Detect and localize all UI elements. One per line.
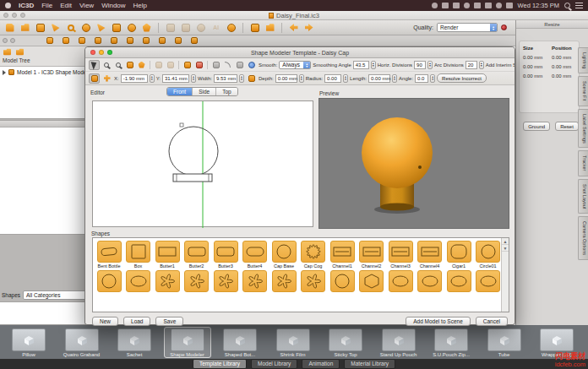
- smooth-select[interactable]: Always▴▾: [279, 61, 311, 69]
- template-sticky-top[interactable]: Sticky Top: [322, 327, 369, 358]
- shape-item-cap-cog[interactable]: Cap Cog: [299, 241, 328, 269]
- side-tab-label-settings[interactable]: Label Settings: [578, 109, 588, 149]
- shape-item-butter4[interactable]: Butter4: [241, 241, 270, 269]
- rectangle-icon[interactable]: [182, 60, 193, 70]
- flip-icon[interactable]: [165, 60, 176, 70]
- new-document-icon[interactable]: [3, 22, 16, 34]
- preview-viewport[interactable]: [318, 98, 509, 229]
- stepper-icon[interactable]: ▲▼: [371, 61, 376, 69]
- template-quatro-graband[interactable]: Quatro Graband: [58, 327, 106, 358]
- add-model-to-scene-button[interactable]: Add Model to Scene: [406, 317, 471, 326]
- battery-icon[interactable]: [506, 3, 513, 8]
- side-tab-tracker[interactable]: Tracker: [578, 150, 588, 176]
- expand-arrow-icon[interactable]: [3, 70, 6, 75]
- shape-item-box[interactable]: Box: [124, 241, 153, 269]
- shape-item-row2-0[interactable]: [95, 270, 123, 292]
- shape-item-circle01[interactable]: Circle01: [474, 241, 503, 269]
- shape-item-cap-base[interactable]: Cap Base: [270, 241, 298, 269]
- depth-field[interactable]: 0.00 mm: [275, 74, 297, 83]
- scroll-up-icon[interactable]: ▲: [502, 238, 509, 245]
- tool-9-icon[interactable]: [175, 37, 182, 44]
- auto-align-icon[interactable]: AI: [210, 22, 222, 34]
- cancel-button[interactable]: Cancel: [476, 317, 508, 326]
- bluetooth-icon[interactable]: [474, 3, 481, 8]
- smooth-point-icon[interactable]: [246, 60, 257, 70]
- menu-clock[interactable]: Wed 12:35 PM: [518, 2, 559, 9]
- select-tool-icon[interactable]: [89, 60, 100, 70]
- polygon-shape-icon[interactable]: [136, 60, 147, 70]
- dialog-zoom-button[interactable]: [107, 50, 112, 55]
- panel-toggle-icon[interactable]: [10, 38, 15, 43]
- menu-edit[interactable]: Edit: [60, 2, 72, 9]
- side-tab-shot-layout[interactable]: Shot Layout: [578, 179, 588, 214]
- stepper-icon[interactable]: ▲▼: [343, 74, 348, 83]
- paint-tool-icon[interactable]: [79, 22, 92, 34]
- angle-field[interactable]: 0.0: [415, 74, 428, 83]
- pan-hand-icon[interactable]: [225, 22, 237, 34]
- profile-editor-canvas[interactable]: [92, 100, 313, 227]
- shape-item-row2-1[interactable]: [124, 270, 153, 292]
- tool-7-icon[interactable]: [143, 37, 150, 44]
- tab-animation[interactable]: Animation: [302, 359, 340, 369]
- menu-help[interactable]: Help: [133, 2, 147, 9]
- zoom-tool-icon[interactable]: [64, 22, 77, 34]
- color-icon[interactable]: [442, 3, 449, 8]
- scroll-down-icon[interactable]: ▼: [502, 245, 509, 252]
- clock-icon[interactable]: [464, 3, 470, 8]
- shape-item-row2-12[interactable]: [444, 270, 473, 292]
- x-field[interactable]: -1.90 mm: [121, 74, 148, 83]
- side-tab-scene-fit[interactable]: Scene Fit: [578, 76, 588, 106]
- shape-item-channel1[interactable]: Channel1: [328, 241, 357, 269]
- delete-icon[interactable]: [193, 60, 204, 70]
- shape-item-butter1[interactable]: Butter1: [153, 241, 182, 269]
- save-icon[interactable]: [34, 22, 46, 34]
- paint-icon[interactable]: [246, 73, 257, 84]
- tool-5-icon[interactable]: [111, 37, 117, 44]
- pencil-icon[interactable]: [210, 60, 221, 70]
- tool-4-icon[interactable]: [95, 37, 101, 44]
- tool-3-icon[interactable]: [79, 37, 85, 44]
- zoom-tool-icon[interactable]: [101, 60, 112, 70]
- undo-icon[interactable]: [287, 22, 300, 34]
- shapes-scrollbar[interactable]: ▲ ▼: [501, 238, 509, 312]
- tab-material-library[interactable]: Material Library: [344, 359, 395, 369]
- swatch-icon[interactable]: [453, 3, 460, 8]
- shape-item-channel4[interactable]: Channel4: [416, 241, 444, 269]
- y-field[interactable]: 31.41 mm: [162, 74, 189, 83]
- shape-item-row2-10[interactable]: [386, 270, 415, 292]
- shape-fill-icon[interactable]: [124, 60, 135, 70]
- select-tool-icon[interactable]: [49, 22, 62, 34]
- tool-1-icon[interactable]: [46, 37, 53, 44]
- template-sachet[interactable]: Sachet: [111, 327, 158, 358]
- load-button[interactable]: Load: [123, 317, 150, 326]
- template-pillow[interactable]: Pillow: [5, 327, 52, 358]
- menu-window[interactable]: Window: [101, 2, 125, 9]
- shape-item-row2-11[interactable]: [416, 270, 444, 292]
- mirror-icon[interactable]: [153, 60, 164, 70]
- shape-item-channel2[interactable]: Channel2: [357, 241, 386, 269]
- quality-select[interactable]: Render▴▾: [437, 23, 498, 32]
- reset-button[interactable]: Reset: [555, 122, 579, 131]
- tab-side[interactable]: Side: [193, 88, 216, 95]
- menu-ic3d[interactable]: IC3D: [19, 2, 34, 9]
- shape-item-butter2[interactable]: Butter2: [182, 241, 211, 269]
- redo-icon[interactable]: [302, 22, 315, 34]
- template-stand-up-pouch[interactable]: Stand Up Pouch: [375, 327, 422, 358]
- shape-edit-icon[interactable]: [89, 73, 100, 84]
- save-button[interactable]: Save: [155, 317, 183, 326]
- length-field[interactable]: 0.00 mm: [368, 74, 390, 83]
- tab-top[interactable]: Top: [216, 88, 237, 95]
- resolve-incorrect-button[interactable]: Resolve Incorrect: [437, 73, 487, 83]
- group-icon[interactable]: [164, 22, 177, 34]
- tool-8-icon[interactable]: [159, 37, 166, 44]
- smoothing-angle-field[interactable]: 43.5: [353, 61, 369, 69]
- shape-item-cigar1[interactable]: Cigar1: [444, 241, 473, 269]
- shape-item-channel3[interactable]: Channel3: [386, 241, 415, 269]
- template-tube[interactable]: Tube: [481, 327, 528, 358]
- line-icon[interactable]: [234, 60, 245, 70]
- edit-tool-icon[interactable]: [110, 22, 122, 34]
- dialog-minimize-button[interactable]: [99, 50, 104, 55]
- wifi-icon[interactable]: [485, 3, 492, 8]
- side-tab-camera-options[interactable]: Camera Options: [578, 216, 588, 260]
- shape-item-butter3[interactable]: Butter3: [211, 241, 240, 269]
